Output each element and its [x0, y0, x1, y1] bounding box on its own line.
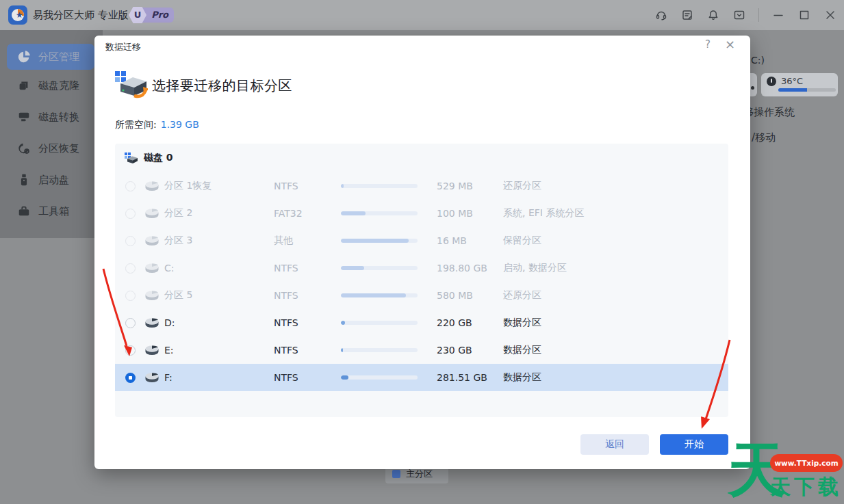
- partition-usage: 系统, EFI 系统分区: [503, 207, 728, 220]
- window-titlebar: ★ 易我分区大师 专业版 Pro U: [0, 0, 844, 30]
- partition-row[interactable]: 分区 5 NTFS 580 MB 还原分区: [115, 282, 728, 309]
- partition-row[interactable]: C: NTFS 198.80 GB 启动, 数据分区: [115, 254, 728, 282]
- partition-size: 198.80 GB: [437, 263, 503, 274]
- partition-name: 分区 2: [164, 207, 274, 220]
- disk-0-icon: [125, 152, 138, 164]
- thermometer-icon: [767, 77, 776, 86]
- partition-size: 16 MB: [437, 235, 503, 246]
- partition-radio[interactable]: [125, 236, 136, 246]
- partition-fs: NTFS: [274, 372, 341, 383]
- partition-fs: NTFS: [274, 345, 341, 356]
- sidebar-item-label: 磁盘转换: [38, 111, 79, 124]
- partition-size: 580 MB: [437, 290, 503, 301]
- help-icon[interactable]: ?: [705, 38, 711, 51]
- titlebar-separator: [758, 8, 759, 22]
- drive-label-fragment: C:): [751, 55, 765, 66]
- partition-disk-icon: [144, 263, 159, 274]
- partition-row[interactable]: 分区 2 FAT32 100 MB 系统, EFI 系统分区: [115, 200, 728, 227]
- disk-group-header: 磁盘 0: [115, 144, 728, 172]
- partition-usage: 保留分区: [503, 235, 728, 247]
- partition-radio[interactable]: [125, 209, 136, 219]
- partition-name: D:: [164, 317, 274, 328]
- resize-move-fragment: /移动: [752, 131, 776, 144]
- pro-badge: Pro U: [129, 6, 174, 24]
- partition-row[interactable]: 分区 1恢复 NTFS 529 MB 还原分区: [115, 172, 728, 200]
- temperature-value: 36°C: [781, 76, 803, 86]
- sidebar-item-disk-clone[interactable]: 磁盘克隆: [0, 70, 103, 101]
- sidebar-item-toolbox[interactable]: 工具箱: [0, 196, 103, 227]
- watermark-small-text: 天下载: [770, 473, 842, 501]
- partition-row[interactable]: E: NTFS 230 GB 数据分区: [115, 336, 728, 364]
- partition-row[interactable]: 分区 3 其他 16 MB 保留分区: [115, 227, 728, 254]
- required-space: 所需空间:1.39 GB: [115, 119, 199, 131]
- partition-row[interactable]: F: NTFS 281.51 GB 数据分区: [115, 364, 728, 391]
- partition-radio[interactable]: [125, 263, 136, 274]
- usage-bar-fill: [341, 266, 364, 270]
- partition-radio[interactable]: [125, 373, 136, 383]
- watermark-site-pill: www.TTxip.com: [770, 454, 843, 472]
- sidebar-item-label: 磁盘克隆: [38, 79, 79, 92]
- pie-chart-icon: [16, 49, 31, 64]
- partition-disk-icon: [144, 345, 159, 356]
- partition-size: 230 GB: [437, 345, 503, 356]
- partition-usage: 数据分区: [503, 344, 728, 356]
- usage-bar: [341, 375, 418, 380]
- close-icon[interactable]: [823, 8, 837, 22]
- dialog-title: 数据迁移: [105, 41, 141, 53]
- sidebar-item-disk-convert[interactable]: 磁盘转换: [0, 101, 103, 133]
- usage-bar-fill: [341, 293, 406, 297]
- usage-bar-fill: [341, 239, 409, 243]
- boot-disk-icon: [16, 172, 31, 187]
- partition-radio[interactable]: [125, 345, 136, 356]
- feedback-icon[interactable]: [680, 8, 694, 22]
- chip-dot: [751, 86, 754, 90]
- partition-fs: FAT32: [274, 208, 341, 219]
- partition-fs: NTFS: [274, 317, 341, 328]
- partition-radio[interactable]: [125, 291, 136, 301]
- sidebar-item-partition-recovery[interactable]: 分区恢复: [0, 133, 103, 164]
- partition-name: 分区 5: [164, 289, 274, 302]
- partition-name: F:: [164, 372, 274, 383]
- partition-size: 220 GB: [437, 317, 503, 328]
- partition-size: 281.51 GB: [437, 372, 503, 383]
- sidebar-item-boot-disk[interactable]: 启动盘: [0, 164, 103, 196]
- dialog-heading: 选择要迁移的目标分区: [152, 77, 292, 95]
- usage-bar: [341, 266, 418, 270]
- partition-fs: 其他: [274, 235, 341, 247]
- window-menu-icon[interactable]: [732, 8, 746, 22]
- partition-disk-icon: [144, 208, 159, 219]
- migration-disk-icon: [114, 70, 148, 101]
- disk-group-label: 磁盘 0: [144, 152, 173, 164]
- usage-bar: [341, 348, 418, 352]
- app-window: ★ 易我分区大师 专业版 Pro U: [0, 0, 844, 504]
- partition-disk-icon: [144, 372, 159, 383]
- headset-icon[interactable]: [654, 8, 668, 22]
- sidebar: 分区管理 磁盘克隆 磁盘转换 分区恢复 启动盘 工具箱: [0, 30, 103, 238]
- sidebar-item-label: 分区管理: [38, 51, 79, 64]
- usage-bar: [341, 293, 418, 297]
- partition-size: 529 MB: [437, 181, 503, 191]
- partition-usage: 数据分区: [503, 317, 728, 329]
- usage-bar-fill: [341, 211, 366, 215]
- dialog-close-icon[interactable]: ×: [725, 37, 735, 51]
- start-button[interactable]: 开始: [660, 434, 728, 455]
- usage-bar-fill: [341, 321, 345, 325]
- sidebar-item-label: 启动盘: [38, 174, 69, 187]
- maximize-icon[interactable]: [797, 8, 811, 22]
- partition-name: E:: [164, 345, 274, 356]
- partition-usage: 数据分区: [503, 371, 728, 384]
- usage-bar: [341, 184, 418, 188]
- partition-list-rows: 分区 1恢复 NTFS 529 MB 还原分区 分区 2 FAT32 100 M…: [115, 172, 728, 391]
- sidebar-item-partition-manager[interactable]: 分区管理: [7, 44, 94, 70]
- minimize-icon[interactable]: [771, 8, 785, 22]
- back-button[interactable]: 返回: [580, 434, 649, 455]
- partition-disk-icon: [144, 290, 159, 301]
- partition-row[interactable]: D: NTFS 220 GB 数据分区: [115, 309, 728, 336]
- disk-clone-icon: [16, 78, 31, 93]
- partition-name: 分区 3: [164, 235, 274, 247]
- partition-radio[interactable]: [125, 181, 136, 191]
- partition-radio[interactable]: [125, 318, 136, 328]
- partition-disk-icon: [144, 181, 159, 191]
- bell-icon[interactable]: [706, 8, 720, 22]
- required-space-label: 所需空间:: [115, 119, 157, 130]
